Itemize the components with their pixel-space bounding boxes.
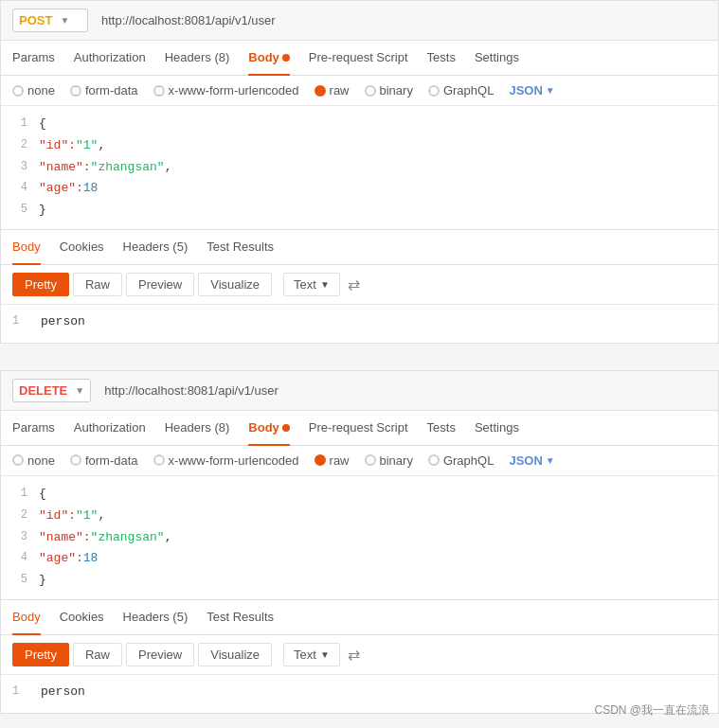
radio-dot-3 xyxy=(315,454,326,466)
text-chevron-icon: ▼ xyxy=(320,279,330,290)
radio-dot-1 xyxy=(70,454,81,466)
body-option-label-5: GraphQL xyxy=(443,83,494,98)
request-tab-2[interactable]: Headers (8) xyxy=(165,411,230,446)
response-tab-2[interactable]: Headers (5) xyxy=(123,230,189,265)
request-tab-0[interactable]: Params xyxy=(12,41,55,76)
format-button-2[interactable]: Preview xyxy=(126,643,194,666)
line-number-0: 1 xyxy=(1,115,39,133)
body-options: none form-data x-www-form-urlencoded raw… xyxy=(1,446,718,476)
body-option-2[interactable]: x-www-form-urlencoded xyxy=(153,83,299,98)
request-block-1: DELETE ▼ ParamsAuthorizationHeaders (8)B… xyxy=(0,370,719,714)
json-dropdown[interactable]: JSON ▼ xyxy=(509,453,554,468)
body-option-4[interactable]: binary xyxy=(365,453,413,468)
line-number-4: 5 xyxy=(1,201,39,219)
line-number-2: 3 xyxy=(1,528,39,546)
body-option-label-4: binary xyxy=(380,453,413,468)
body-option-5[interactable]: GraphQL xyxy=(428,83,494,98)
line-number-3: 4 xyxy=(1,549,39,567)
response-tab-1[interactable]: Cookies xyxy=(60,600,104,635)
response-content-0: person xyxy=(41,684,85,699)
code-editor: 1 { 2 "id":"1", 3 "name":" xyxy=(1,476,718,600)
method-selector[interactable]: POST ▼ xyxy=(12,9,88,32)
text-dropdown[interactable]: Text ▼ xyxy=(283,643,340,666)
wrap-icon[interactable]: ⇄ xyxy=(348,646,360,664)
request-tab-6[interactable]: Settings xyxy=(475,41,519,76)
request-tab-5[interactable]: Tests xyxy=(427,411,456,446)
response-tab-0[interactable]: Body xyxy=(12,230,41,265)
text-dropdown[interactable]: Text ▼ xyxy=(283,273,340,296)
code-content-1: "id":"1", xyxy=(39,136,718,156)
code-line-1: 2 "id":"1", xyxy=(1,135,718,157)
radio-dot-0 xyxy=(12,85,24,97)
format-button-1[interactable]: Raw xyxy=(73,273,122,296)
format-button-1[interactable]: Raw xyxy=(73,643,122,666)
body-option-0[interactable]: none xyxy=(12,453,55,468)
request-tab-6[interactable]: Settings xyxy=(475,411,519,446)
request-block-0: POST ▼ ParamsAuthorizationHeaders (8)Bod… xyxy=(0,0,719,344)
body-option-1[interactable]: form-data xyxy=(70,453,138,468)
code-line-4: 5 } xyxy=(1,570,718,592)
code-content-2: "name":"zhangsan", xyxy=(39,528,718,548)
format-button-0[interactable]: Pretty xyxy=(12,643,69,666)
code-line-4: 5 } xyxy=(1,200,718,222)
json-chevron-icon: ▼ xyxy=(546,85,555,96)
code-content-4: } xyxy=(39,571,718,591)
format-toolbar: PrettyRawPreviewVisualize Text ▼ ⇄ xyxy=(1,635,718,675)
code-editor: 1 { 2 "id":"1", 3 "name":" xyxy=(1,106,718,230)
url-input[interactable] xyxy=(99,380,707,401)
request-tab-2[interactable]: Headers (8) xyxy=(165,41,230,76)
body-option-0[interactable]: none xyxy=(12,83,55,98)
body-option-2[interactable]: x-www-form-urlencoded xyxy=(153,453,299,468)
body-option-label-2: x-www-form-urlencoded xyxy=(169,83,299,98)
format-button-3[interactable]: Visualize xyxy=(198,273,272,296)
method-chevron-icon: ▼ xyxy=(60,15,69,26)
request-tab-1[interactable]: Authorization xyxy=(74,411,146,446)
wrap-icon[interactable]: ⇄ xyxy=(348,275,360,293)
response-tab-1[interactable]: Cookies xyxy=(60,230,104,265)
code-content-2: "name":"zhangsan", xyxy=(39,158,718,178)
json-chevron-icon: ▼ xyxy=(546,455,555,466)
request-tab-4[interactable]: Pre-request Script xyxy=(309,411,408,446)
json-dropdown[interactable]: JSON ▼ xyxy=(509,83,554,98)
request-tab-3[interactable]: Body xyxy=(248,41,290,76)
request-tab-3[interactable]: Body xyxy=(248,411,290,446)
url-input[interactable] xyxy=(96,9,707,31)
response-tab-0[interactable]: Body xyxy=(12,600,41,635)
body-option-label-5: GraphQL xyxy=(443,453,494,468)
response-line-0: 1 person xyxy=(12,314,707,328)
body-option-4[interactable]: binary xyxy=(365,83,413,98)
format-button-2[interactable]: Preview xyxy=(126,273,194,296)
format-button-3[interactable]: Visualize xyxy=(198,643,272,666)
body-option-label-1: form-data xyxy=(85,453,138,468)
body-option-1[interactable]: form-data xyxy=(70,83,138,98)
watermark: CSDN @我一直在流浪 xyxy=(594,702,710,719)
response-line-0: 1 person xyxy=(12,684,707,699)
body-dot xyxy=(282,54,290,62)
response-tab-2[interactable]: Headers (5) xyxy=(123,600,189,635)
response-tabs: BodyCookiesHeaders (5)Test Results xyxy=(1,230,718,265)
code-content-4: } xyxy=(39,201,718,221)
request-tab-0[interactable]: Params xyxy=(12,411,55,446)
body-option-label-3: raw xyxy=(330,453,350,468)
method-label: DELETE xyxy=(19,383,67,398)
text-label: Text xyxy=(294,648,316,662)
response-content-0: person xyxy=(41,314,85,328)
radio-dot-2 xyxy=(153,85,165,97)
format-button-0[interactable]: Pretty xyxy=(12,273,69,296)
response-tab-3[interactable]: Test Results xyxy=(207,600,274,635)
line-number-3: 4 xyxy=(1,179,39,197)
body-option-5[interactable]: GraphQL xyxy=(428,453,494,468)
body-option-label-4: binary xyxy=(380,83,413,98)
request-tab-4[interactable]: Pre-request Script xyxy=(309,41,408,76)
body-option-3[interactable]: raw xyxy=(315,453,350,468)
text-label: Text xyxy=(294,277,316,292)
response-tab-3[interactable]: Test Results xyxy=(207,230,274,265)
request-tab-5[interactable]: Tests xyxy=(427,41,456,76)
radio-dot-5 xyxy=(428,454,440,466)
method-selector[interactable]: DELETE ▼ xyxy=(12,379,91,402)
request-tab-1[interactable]: Authorization xyxy=(74,41,146,76)
radio-dot-5 xyxy=(428,85,440,97)
body-option-3[interactable]: raw xyxy=(315,83,350,98)
line-number-0: 1 xyxy=(1,485,39,503)
request-tabs: ParamsAuthorizationHeaders (8)BodyPre-re… xyxy=(1,411,718,446)
